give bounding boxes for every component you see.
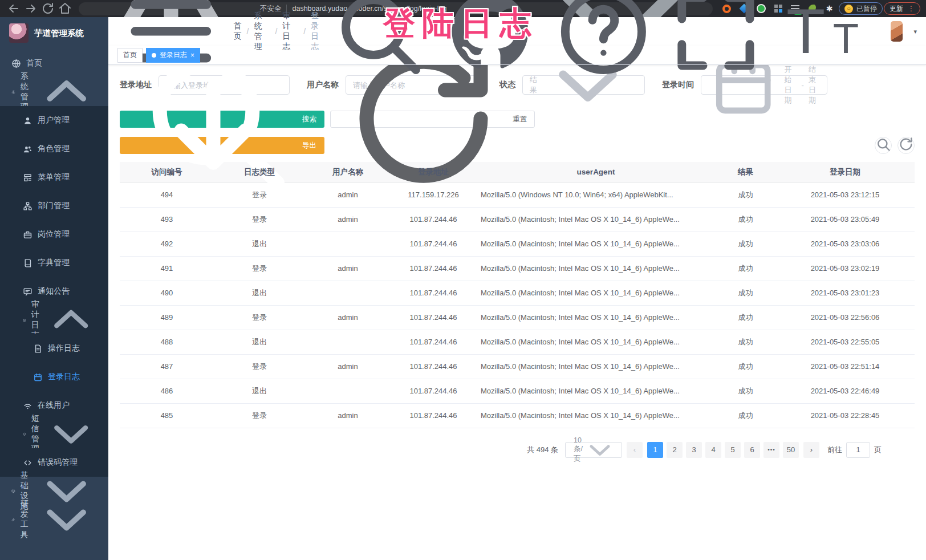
table-cell: 成功 [716, 182, 775, 207]
table-cell: 101.87.244.46 [391, 330, 476, 354]
chevron-down-icon [33, 486, 100, 553]
table-cell: 2021-05-03 23:05:49 [775, 207, 915, 232]
table-cell: Mozilla/5.0 (Macintosh; Intel Mac OS X 1… [476, 281, 716, 305]
font-size-icon[interactable]: TT [778, 0, 880, 82]
table-cell: 101.87.244.46 [391, 281, 476, 305]
table-cell: 2021-05-03 23:12:15 [775, 182, 915, 207]
table-cell: 登录 [214, 305, 305, 330]
page-unit-label: 页 [874, 445, 882, 455]
browser-forward-icon[interactable] [23, 2, 39, 15]
page-button[interactable]: 1 [647, 442, 663, 458]
user-avatar[interactable] [891, 21, 903, 42]
browser-reload-icon[interactable] [40, 2, 56, 15]
chevron-down-icon [42, 405, 100, 462]
browser-back-icon[interactable] [6, 2, 22, 15]
sidebar-menu: 首页 系统管理 用户管理 角色管理 菜单管理 部门管理 岗位管理 [0, 49, 108, 534]
tag-home[interactable]: 首页 [117, 48, 143, 63]
prev-page-button[interactable]: ‹ [627, 442, 643, 458]
sidebar-item-login-log[interactable]: 登录日志 [0, 363, 108, 391]
online-users-icon [23, 401, 33, 411]
table-cell: 2021-05-03 22:56:06 [775, 305, 915, 330]
infrastructure-icon [11, 486, 15, 496]
page-button[interactable]: 3 [686, 442, 702, 458]
sidebar-item-system-manage[interactable]: 系统管理 [0, 78, 108, 106]
next-page-button[interactable]: › [803, 442, 819, 458]
table-cell: 登录 [214, 354, 305, 379]
app-frame: 芋道管理系统 首页 系统管理 用户管理 角色管理 菜单管理 部门管理 [0, 17, 926, 560]
help-icon[interactable] [553, 0, 655, 82]
page-button[interactable]: 5 [725, 442, 741, 458]
fullscreen-icon[interactable] [665, 0, 767, 82]
table-row: 487登录admin101.87.244.46Mozilla/5.0 (Maci… [120, 354, 915, 379]
announcement-icon [23, 287, 33, 297]
table-cell [305, 281, 391, 305]
table-toolbar: 导出 [120, 137, 915, 154]
sidebar-item-post-manage[interactable]: 岗位管理 [0, 220, 108, 249]
table-cell: 成功 [716, 354, 775, 379]
reset-button[interactable]: 重置 [330, 111, 535, 128]
column-header: userAgent [476, 162, 716, 182]
sidebar-item-sms-manage[interactable]: 短信管理 [0, 420, 108, 448]
table-row: 486退出101.87.244.46Mozilla/5.0 (Macintosh… [120, 379, 915, 403]
table-row: 485登录admin101.87.244.46Mozilla/5.0 (Maci… [120, 403, 915, 428]
breadcrumb-item[interactable]: 首页 [234, 21, 242, 42]
table-cell: 成功 [716, 379, 775, 403]
sms-shield-icon [23, 429, 26, 439]
active-dot-icon [152, 53, 156, 58]
page-button[interactable]: 50 [783, 442, 799, 458]
refresh-table-button[interactable] [897, 137, 915, 154]
sidebar-item-dept-manage[interactable]: 部门管理 [0, 192, 108, 220]
table-cell: Mozilla/5.0 (Macintosh; Intel Mac OS X 1… [476, 354, 716, 379]
error-code-icon [23, 458, 33, 468]
tag-close-icon[interactable]: × [190, 52, 194, 59]
export-button[interactable]: 导出 [120, 137, 324, 154]
table-row: 491登录admin101.87.244.46Mozilla/5.0 (Maci… [120, 256, 915, 281]
page-button[interactable]: 4 [705, 442, 721, 458]
tag-login-log[interactable]: 登录日志 × [146, 48, 200, 63]
table-cell: 成功 [716, 207, 775, 232]
page-ellipsis[interactable]: ••• [763, 442, 779, 458]
users-icon [23, 144, 33, 154]
browser-home-icon[interactable] [57, 2, 73, 15]
table-cell: Mozilla/5.0 (Macintosh; Intel Mac OS X 1… [476, 379, 716, 403]
table-cell: 487 [120, 354, 214, 379]
hamburger-icon[interactable] [117, 0, 225, 85]
dev-tools-icon [11, 515, 15, 525]
table-cell: Mozilla/5.0 (Macintosh; Intel Mac OS X 1… [476, 305, 716, 330]
sidebar-item-role-manage[interactable]: 角色管理 [0, 135, 108, 163]
table-cell: Mozilla/5.0 (Macintosh; Intel Mac OS X 1… [476, 256, 716, 281]
sidebar-item-menu-manage[interactable]: 菜单管理 [0, 163, 108, 192]
refresh-icon [338, 65, 509, 206]
audit-log-icon [23, 315, 26, 325]
table-cell [305, 330, 391, 354]
sidebar-item-audit-log[interactable]: 审计日志 [0, 306, 108, 334]
goto-page-input[interactable] [846, 442, 870, 458]
table-cell: 退出 [214, 379, 305, 403]
table-cell: admin [305, 354, 391, 379]
sidebar-item-dev-tools[interactable]: 研发工具 [0, 505, 108, 534]
table-cell: 2021-05-03 22:51:14 [775, 354, 915, 379]
page-size-select[interactable]: 10条/页 [565, 442, 622, 458]
table-cell: admin [305, 305, 391, 330]
menu-tree-icon [23, 173, 33, 182]
operation-log-icon [33, 344, 43, 354]
page-button[interactable]: 2 [667, 442, 683, 458]
toggle-search-button[interactable] [875, 137, 892, 154]
table-cell: admin [305, 403, 391, 428]
table-cell: 2021-05-03 22:46:49 [775, 379, 915, 403]
main-panel: 首页 / 系统管理 / 审计日志 / 登录日志 TT ▾ 首页 [108, 17, 926, 560]
avatar-caret-down-icon[interactable]: ▾ [913, 28, 917, 35]
globe-icon [11, 59, 21, 68]
total-count: 共 494 条 [527, 445, 558, 455]
gear-icon [11, 87, 15, 97]
app-logo [9, 23, 29, 43]
table-cell: 成功 [716, 305, 775, 330]
table-cell: 2021-05-03 22:55:05 [775, 330, 915, 354]
page-button[interactable]: 6 [744, 442, 760, 458]
table-cell: admin [305, 207, 391, 232]
sidebar-logo-bar[interactable]: 芋道管理系统 [0, 17, 108, 49]
search-icon [875, 136, 891, 155]
sidebar-item-dict-manage[interactable]: 字典管理 [0, 249, 108, 277]
table-cell: 485 [120, 403, 214, 428]
table-cell: 101.87.244.46 [391, 354, 476, 379]
